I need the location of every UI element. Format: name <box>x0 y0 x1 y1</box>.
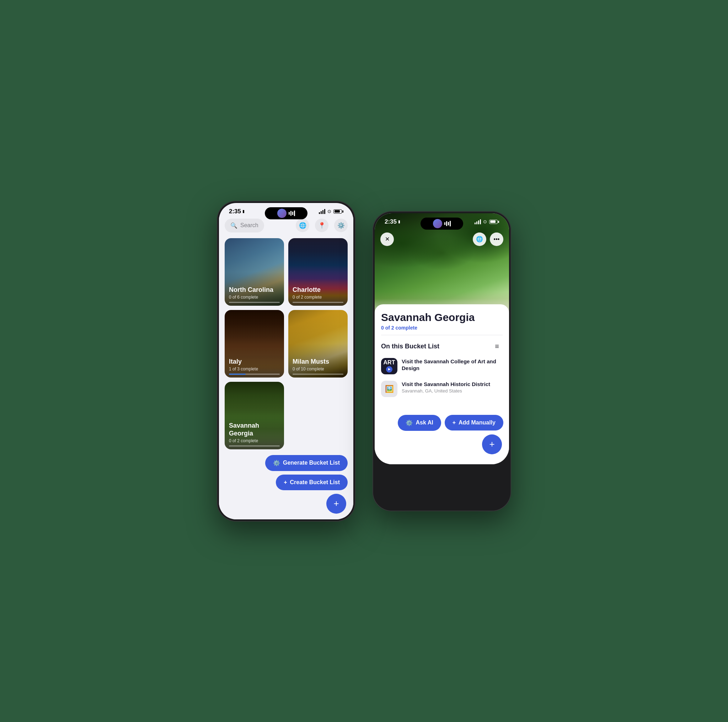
close-button[interactable]: ✕ <box>380 233 394 246</box>
generate-label: Generate Bucket List <box>283 460 340 466</box>
di-bar-6 <box>446 221 447 226</box>
card-charlotte[interactable]: Charlotte 0 of 2 complete <box>288 238 348 306</box>
status-time-1: 2:35 <box>229 208 241 215</box>
list-icon[interactable]: ≡ <box>491 341 503 352</box>
location-button[interactable]: 📍 <box>315 219 329 232</box>
card-subtitle-savannah: 0 of 2 complete <box>229 438 280 443</box>
card-content-nc: North Carolina 0 of 6 complete <box>225 283 284 306</box>
card-progress-bar-italy <box>229 373 280 375</box>
phone-2-screen: 2:35 ▮ ⊙ <box>375 213 509 464</box>
status-time-2: 2:35 <box>385 218 397 225</box>
card-subtitle-charlotte: 0 of 2 complete <box>292 295 343 300</box>
globe-button[interactable]: 🌐 <box>296 219 309 232</box>
bucket-grid: North Carolina 0 of 6 complete Charlotte… <box>225 238 348 449</box>
dynamic-island-1 <box>265 207 307 219</box>
wifi-icon-1: ⊙ <box>327 209 331 214</box>
create-bucket-list-button[interactable]: + Create Bucket List <box>276 474 348 490</box>
item-title-historic: Visit the Savannah Historic District <box>402 381 503 388</box>
card-milan[interactable]: Milan Musts 0 of 10 complete <box>288 310 348 378</box>
fab-icon-2: + <box>489 439 494 450</box>
signal-icon-1 <box>319 209 325 214</box>
detail-bottom-actions: ⚙️ Ask AI + Add Manually + <box>375 411 509 464</box>
ask-ai-label: Ask AI <box>416 419 433 426</box>
search-pill[interactable]: 🔍 Search <box>225 219 264 233</box>
hero-controls: ✕ 🌐 ••• <box>375 233 509 246</box>
card-savannah[interactable]: Savannah Georgia 0 of 2 complete <box>225 382 284 449</box>
card-subtitle-italy: 1 of 3 complete <box>229 367 280 372</box>
more-options-button[interactable]: ••• <box>490 233 503 246</box>
ask-ai-button[interactable]: ⚙️ Ask AI <box>398 415 441 431</box>
di-bar-4 <box>294 210 295 216</box>
item-title-scad: Visit the Savannah College of Art and De… <box>402 358 503 372</box>
phone-1: 2:35 ▮ ⊙ <box>217 201 355 522</box>
card-title-italy: Italy <box>229 358 280 366</box>
status-bookmark-2: ▮ <box>398 219 400 224</box>
di-avatar-2 <box>433 219 442 228</box>
bottom-buttons: ⚙️ Generate Bucket List + Create Bucket … <box>225 455 348 519</box>
card-progress-bar-charlotte <box>292 302 343 303</box>
battery-icon-1 <box>333 210 343 214</box>
card-title-milan: Milan Musts <box>292 358 343 366</box>
card-content-italy: Italy 1 of 3 complete <box>225 355 284 378</box>
card-progress-bar-nc <box>229 302 280 303</box>
ai-icon: ⚙️ <box>405 419 413 426</box>
di-bar-8 <box>450 221 451 226</box>
globe-detail-button[interactable]: 🌐 <box>473 233 486 246</box>
item-subtitle-historic: Savannah, GA, United States <box>402 388 503 393</box>
add-manually-button[interactable]: + Add Manually <box>445 415 503 430</box>
detail-screen: ✕ 🌐 ••• Photo by Ashley Knedler on Unspl… <box>375 213 509 464</box>
section-title: On this Bucket List <box>381 343 439 350</box>
card-title-charlotte: Charlotte <box>292 286 343 294</box>
add-manually-label: Add Manually <box>459 419 496 426</box>
di-bar-1 <box>289 212 290 215</box>
detail-body: Savannah Georgia 0 of 2 complete On this… <box>375 304 509 411</box>
card-content-charlotte: Charlotte 0 of 2 complete <box>288 283 348 306</box>
card-progress-bar-milan <box>292 373 343 375</box>
fab-button-2[interactable]: + <box>482 434 502 454</box>
settings-button[interactable]: ⚙️ <box>334 219 348 232</box>
card-north-carolina[interactable]: North Carolina 0 of 6 complete <box>225 238 284 306</box>
card-subtitle-nc: 0 of 6 complete <box>229 295 280 300</box>
di-bar-3 <box>292 211 293 215</box>
generate-bucket-list-button[interactable]: ⚙️ Generate Bucket List <box>265 455 348 471</box>
bucket-item-historic[interactable]: 🖼️ Visit the Savannah Historic District … <box>381 381 503 397</box>
screen-content-1: 🔍 Search 🌐 📍 ⚙️ North Carolina 0 <box>219 217 353 519</box>
phone-1-screen: 2:35 ▮ ⊙ <box>219 203 353 519</box>
di-activity-2 <box>444 221 451 226</box>
card-subtitle-milan: 0 of 10 complete <box>292 367 343 372</box>
plus-icon-manual: + <box>453 419 456 426</box>
hero-right-buttons: 🌐 ••• <box>473 233 503 246</box>
bucket-item-scad[interactable]: ART ▶ Visit the Savannah College of Art … <box>381 358 503 374</box>
section-header: On this Bucket List ≡ <box>381 341 503 352</box>
fab-icon-1: + <box>333 498 339 509</box>
play-badge: ▶ <box>386 366 392 373</box>
di-bar-5 <box>444 222 445 225</box>
item-text-scad: Visit the Savannah College of Art and De… <box>402 358 503 372</box>
detail-divider <box>381 335 503 335</box>
create-label: Create Bucket List <box>290 479 340 486</box>
di-bar-7 <box>448 222 449 225</box>
card-content-milan: Milan Musts 0 of 10 complete <box>288 355 348 378</box>
status-icons-2: ⊙ <box>474 219 499 224</box>
art-icon: ART ▶ <box>381 358 398 374</box>
di-avatar-1 <box>277 209 286 218</box>
phone-2: 2:35 ▮ ⊙ <box>373 211 511 511</box>
detail-title: Savannah Georgia <box>381 311 503 323</box>
generate-icon: ⚙️ <box>273 460 280 467</box>
photo-icon: 🖼️ <box>381 381 398 397</box>
card-progress-fill-italy <box>229 373 246 375</box>
item-text-historic: Visit the Savannah Historic District Sav… <box>402 381 503 394</box>
di-activity-1 <box>289 210 295 216</box>
card-italy[interactable]: Italy 1 of 3 complete <box>225 310 284 378</box>
signal-icon-2 <box>474 219 481 224</box>
search-text: Search <box>240 222 258 229</box>
di-bar-2 <box>291 211 292 216</box>
fab-button-1[interactable]: + <box>326 494 346 514</box>
card-content-savannah: Savannah Georgia 0 of 2 complete <box>225 418 284 449</box>
plus-icon-create: + <box>284 479 287 486</box>
card-title-savannah: Savannah Georgia <box>229 422 280 437</box>
search-toolbar: 🔍 Search 🌐 📍 ⚙️ <box>225 217 348 233</box>
detail-progress: 0 of 2 complete <box>381 325 503 330</box>
battery-icon-2 <box>489 220 499 224</box>
wifi-icon-2: ⊙ <box>483 219 487 224</box>
